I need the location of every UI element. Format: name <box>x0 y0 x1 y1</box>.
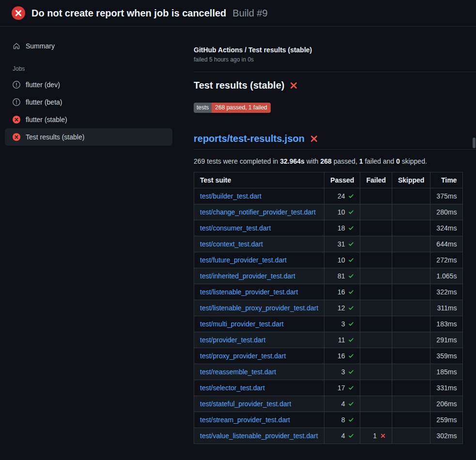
time-cell: 1.065s <box>430 268 463 284</box>
failed-x-icon <box>310 135 318 143</box>
sidebar-item-test-results-stable[interactable]: Test results (stable) <box>5 128 172 146</box>
check-run-header: Do not create report when job is cancell… <box>0 0 476 27</box>
table-row: test/listenable_proxy_provider_test.dart… <box>194 300 463 316</box>
passed-cell: 10 <box>324 252 360 268</box>
time-cell: 322ms <box>430 284 463 300</box>
table-row: test/builder_test.dart24 375ms <box>194 188 463 204</box>
skipped-cell <box>392 428 430 444</box>
skipped-cell <box>392 252 430 268</box>
failed-cell <box>360 348 392 364</box>
passed-cell: 31 <box>324 236 360 252</box>
suite-link[interactable]: test/reassemble_test.dart <box>200 368 276 376</box>
report-link[interactable]: reports/test-results.json <box>194 133 305 144</box>
check-icon <box>348 337 354 343</box>
build-number: Build #9 <box>232 8 267 19</box>
suite-link[interactable]: test/stream_provider_test.dart <box>200 416 290 424</box>
col-failed: Failed <box>360 172 392 188</box>
suite-link[interactable]: test/listenable_proxy_provider_test.dart <box>200 304 318 312</box>
suite-link[interactable]: test/future_provider_test.dart <box>200 256 287 264</box>
check-icon <box>348 225 354 231</box>
time-cell: 185ms <box>430 364 463 380</box>
failed-cell <box>360 396 392 412</box>
check-icon <box>348 305 354 311</box>
table-row: test/reassemble_test.dart3 185ms <box>194 364 463 380</box>
table-row: test/stateful_provider_test.dart4 206ms <box>194 396 463 412</box>
report-title: reports/test-results.json <box>194 133 476 144</box>
suite-link[interactable]: test/change_notifier_provider_test.dart <box>200 208 316 216</box>
breadcrumb: GitHub Actions / Test results (stable) <box>194 46 476 54</box>
divider <box>194 72 476 72</box>
page-title: Do not create report when job is cancell… <box>31 8 226 19</box>
check-icon <box>348 209 354 215</box>
failed-cell <box>360 380 392 396</box>
failed-cell <box>360 284 392 300</box>
suite-link[interactable]: test/provider_test.dart <box>200 336 265 344</box>
table-row: test/listenable_provider_test.dart16 322… <box>194 284 463 300</box>
time-cell: 644ms <box>430 236 463 252</box>
failed-cell <box>360 236 392 252</box>
skipped-cell <box>392 236 430 252</box>
time-cell: 291ms <box>430 332 463 348</box>
suite-link[interactable]: test/multi_provider_test.dart <box>200 320 284 328</box>
time-cell: 331ms <box>430 380 463 396</box>
check-icon <box>348 241 354 247</box>
suite-link[interactable]: test/consumer_test.dart <box>200 224 271 232</box>
summary-line: 269 tests were completed in 32.964s with… <box>194 157 476 165</box>
summary-text: failed and <box>363 157 397 165</box>
sidebar-item-flutter-stable[interactable]: flutter (stable) <box>5 111 172 128</box>
suite-link[interactable]: test/listenable_provider_test.dart <box>200 288 298 296</box>
time-cell: 375ms <box>430 188 463 204</box>
table-row: test/proxy_provider_test.dart16 359ms <box>194 348 463 364</box>
passed-cell: 16 <box>324 284 360 300</box>
sidebar-item-summary[interactable]: Summary <box>5 37 172 55</box>
table-row: test/multi_provider_test.dart3 183ms <box>194 316 463 332</box>
suite-link[interactable]: test/value_listenable_provider_test.dart <box>200 432 318 440</box>
passed-cell: 4 <box>324 396 360 412</box>
suite-link[interactable]: test/builder_test.dart <box>200 192 261 200</box>
suite-link[interactable]: test/context_test.dart <box>200 240 263 248</box>
passed-cell: 11 <box>324 332 360 348</box>
passed-cell: 16 <box>324 348 360 364</box>
skipped-cell <box>392 316 430 332</box>
passed-cell: 81 <box>324 268 360 284</box>
check-icon <box>348 193 354 199</box>
passed-cell: 17 <box>324 380 360 396</box>
suite-link[interactable]: test/stateful_provider_test.dart <box>200 400 291 408</box>
section-title-text: Test results (stable) <box>194 80 284 91</box>
sidebar-item-label: Summary <box>26 42 55 50</box>
check-icon <box>348 273 354 279</box>
check-icon <box>348 289 354 295</box>
passed-cell: 18 <box>324 220 360 236</box>
failed-status-icon <box>12 6 25 20</box>
failed-cell: 1 <box>360 428 392 444</box>
failed-cell <box>360 412 392 428</box>
sidebar-item-flutter-beta[interactable]: flutter (beta) <box>5 93 172 111</box>
check-icon <box>348 433 354 439</box>
table-row: test/selector_test.dart17 331ms <box>194 380 463 396</box>
suite-link[interactable]: test/inherited_provider_test.dart <box>200 272 295 280</box>
suite-cell: test/listenable_provider_test.dart <box>194 284 324 300</box>
col-test-suite: Test suite <box>194 172 324 188</box>
passed-cell: 4 <box>324 428 360 444</box>
table-row: test/value_listenable_provider_test.dart… <box>194 428 463 444</box>
check-icon <box>348 257 354 263</box>
sidebar-item-flutter-dev[interactable]: flutter (dev) <box>5 76 172 93</box>
skipped-cell <box>392 284 430 300</box>
neutral-status-icon <box>13 81 20 89</box>
jobs-section-heading: Jobs <box>0 65 179 72</box>
passed-cell: 3 <box>324 364 360 380</box>
failed-status-icon <box>13 116 20 123</box>
main-content: GitHub Actions / Test results (stable) f… <box>179 27 476 444</box>
suite-cell: test/stream_provider_test.dart <box>194 412 324 428</box>
sidebar-item-label: Test results (stable) <box>26 133 84 141</box>
summary-strong-text: 32.964s <box>280 157 305 165</box>
table-row: test/context_test.dart31 644ms <box>194 236 463 252</box>
check-icon <box>348 321 354 327</box>
scrollbar-thumb[interactable] <box>473 138 476 148</box>
neutral-status-icon <box>13 98 20 106</box>
suite-cell: test/stateful_provider_test.dart <box>194 396 324 412</box>
suite-link[interactable]: test/proxy_provider_test.dart <box>200 352 286 360</box>
col-skipped: Skipped <box>392 172 430 188</box>
suite-link[interactable]: test/selector_test.dart <box>200 384 265 392</box>
home-icon <box>13 42 20 50</box>
